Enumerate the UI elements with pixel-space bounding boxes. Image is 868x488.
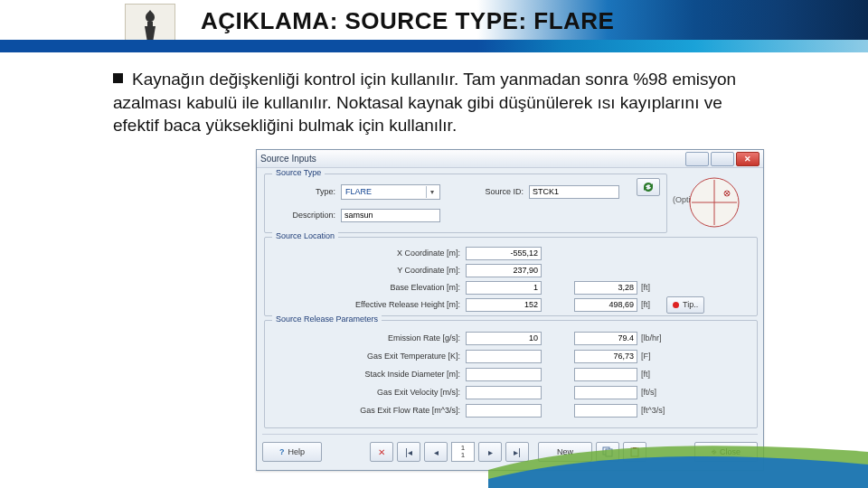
delete-button[interactable]: ✕ <box>370 442 393 462</box>
y-coord-label: Y Coordinate [m]: <box>265 266 466 275</box>
header-stripe <box>0 40 868 52</box>
base-elev-alt[interactable] <box>574 281 637 295</box>
description-input[interactable] <box>341 209 440 222</box>
gas-temp-input[interactable] <box>466 350 542 363</box>
chevron-down-icon: ▾ <box>426 186 438 198</box>
red-dot-icon <box>673 302 679 308</box>
base-elev-unit: [ft] <box>637 283 650 292</box>
eff-height-label: Effective Release Height [m]: <box>265 300 466 309</box>
eff-height-unit: [ft] <box>637 300 650 309</box>
copy-icon <box>602 446 613 457</box>
emission-rate-label: Emission Rate [g/s]: <box>265 333 466 343</box>
base-elev-input[interactable] <box>466 281 542 295</box>
gas-velocity-input[interactable] <box>466 386 542 399</box>
gas-flow-label: Gas Exit Flow Rate [m^3/s]: <box>265 406 466 415</box>
dialog-toolbar: ? Help ✕ |◂ ◂ 1 1 ▸ ▸| New ⎆ Close <box>262 434 758 465</box>
svg-rect-0 <box>147 22 153 26</box>
source-inputs-dialog: Source Inputs ✕ Source Type Type: FLARE … <box>256 149 764 471</box>
help-button[interactable]: ? Help <box>262 442 322 462</box>
gas-flow-input[interactable] <box>466 404 542 418</box>
nav-group: ✕ |◂ ◂ 1 1 ▸ ▸| New <box>370 442 646 462</box>
source-id-label: Source ID: <box>440 187 529 196</box>
source-location-panel: Source Location X Coordinate [m]: Y Coor… <box>264 237 758 316</box>
torch-icon <box>137 8 163 44</box>
maximize-button[interactable] <box>711 152 734 166</box>
door-icon: ⎆ <box>712 447 716 456</box>
gas-velocity-unit: [ft/s] <box>637 388 656 397</box>
stack-diameter-label: Stack Inside Diameter [m]: <box>265 370 466 379</box>
copy-button[interactable] <box>596 442 619 462</box>
close-window-button[interactable]: ✕ <box>736 152 760 166</box>
type-label: Type: <box>265 187 341 196</box>
source-type-legend: Source Type <box>272 168 325 177</box>
compass-icon <box>688 176 741 229</box>
base-elev-label: Base Elevation [m]: <box>265 283 466 292</box>
help-label: Help <box>288 447 305 456</box>
gas-temp-alt[interactable] <box>574 350 637 363</box>
help-icon: ? <box>279 447 285 456</box>
x-coord-label: X Coordinate [m]: <box>265 249 466 258</box>
window-buttons: ✕ <box>685 152 760 166</box>
svg-rect-7 <box>631 448 638 456</box>
source-type-panel: Source Type Type: FLARE ▾ Source ID: Des… <box>264 174 667 233</box>
tip-label: Tip.. <box>683 300 698 309</box>
stack-diameter-unit: [ft] <box>637 370 650 379</box>
stack-diameter-input[interactable] <box>466 368 542 381</box>
slide-header: AÇIKLAMA: SOURCE TYPE: FLARE <box>0 0 868 54</box>
tip-button[interactable]: Tip.. <box>666 296 704 314</box>
last-button[interactable]: ▸| <box>505 442 529 462</box>
gas-velocity-alt[interactable] <box>574 386 637 399</box>
type-select[interactable]: FLARE ▾ <box>341 184 440 200</box>
page-indicator: 1 1 <box>451 442 475 462</box>
new-label: New <box>557 447 573 456</box>
gas-flow-alt[interactable] <box>574 404 637 418</box>
eff-height-input[interactable] <box>466 298 542 312</box>
stack-diameter-alt[interactable] <box>574 368 637 381</box>
next-button[interactable]: ▸ <box>478 442 502 462</box>
x-coord-input[interactable] <box>466 247 542 260</box>
svg-rect-6 <box>606 449 612 456</box>
dialog-title: Source Inputs <box>260 154 316 164</box>
release-params-panel: Source Release Parameters Emission Rate … <box>264 320 758 428</box>
bullet-paragraph: Kaynağın değişkenliği kontrol için kulla… <box>113 68 769 137</box>
close-button[interactable]: ⎆ Close <box>694 442 758 462</box>
gas-velocity-label: Gas Exit Velocity [m/s]: <box>265 388 466 397</box>
source-id-input[interactable] <box>529 185 619 199</box>
compass-graphic <box>686 174 742 231</box>
bullet-square-icon <box>113 73 123 83</box>
emission-rate-unit: [lb/hr] <box>637 333 662 343</box>
gas-flow-unit: [ft^3/s] <box>637 406 665 415</box>
svg-rect-8 <box>633 447 637 449</box>
paste-button[interactable] <box>623 442 646 462</box>
emission-rate-alt[interactable] <box>574 332 637 345</box>
y-coord-input[interactable] <box>466 264 542 277</box>
minimize-button[interactable] <box>685 152 709 166</box>
titlebar[interactable]: Source Inputs ✕ <box>257 150 763 168</box>
emission-rate-input[interactable] <box>466 332 542 345</box>
close-label: Close <box>720 447 741 456</box>
eff-height-alt[interactable] <box>574 298 637 312</box>
release-params-legend: Source Release Parameters <box>272 314 382 324</box>
page-total: 1 <box>461 452 465 459</box>
paste-icon <box>629 446 640 457</box>
description-label: Description: <box>265 211 341 220</box>
first-button[interactable]: |◂ <box>397 442 420 462</box>
bullet-text: Kaynağın değişkenliği kontrol için kulla… <box>113 70 736 135</box>
refresh-button[interactable] <box>637 178 660 196</box>
prev-button[interactable]: ◂ <box>424 442 448 462</box>
slide-title: AÇIKLAMA: SOURCE TYPE: FLARE <box>201 7 614 35</box>
gas-temp-unit: [F] <box>637 352 651 361</box>
type-value: FLARE <box>345 187 372 196</box>
source-location-legend: Source Location <box>272 231 338 240</box>
new-button[interactable]: New <box>538 442 592 462</box>
refresh-icon <box>642 182 655 192</box>
gas-temp-label: Gas Exit Temperature [K]: <box>265 352 466 361</box>
